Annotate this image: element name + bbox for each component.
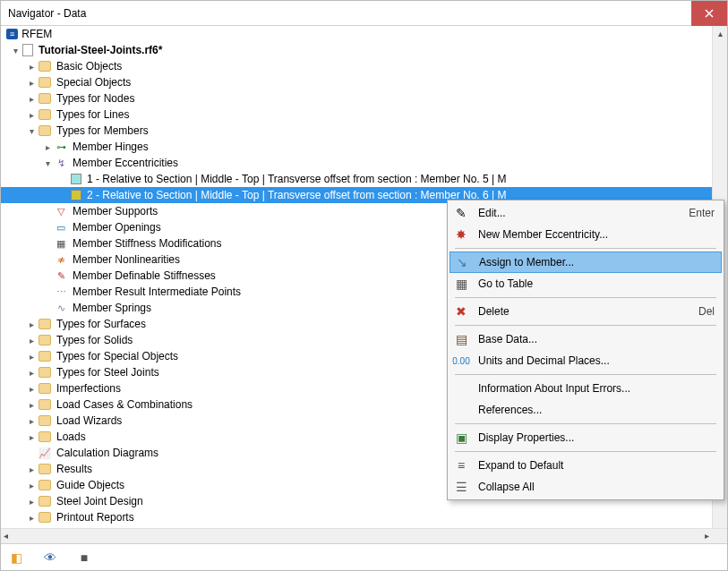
expander-closed-icon[interactable]: ▸ [26, 61, 37, 72]
eccentricity-icon: ↯ [55, 157, 67, 169]
folder-icon [39, 335, 51, 345]
folder-icon [39, 109, 51, 120]
collapse-icon: ☰ [453, 479, 469, 495]
folder-icon [39, 93, 51, 104]
menu-item-references[interactable]: References... [450, 399, 722, 421]
file-name: Tutorial-Steel-Joints.rf6* [39, 44, 162, 56]
units-icon: 0.00 [453, 353, 469, 369]
menu-item-go-to-table[interactable]: ▦ Go to Table [450, 273, 722, 294]
scroll-right-icon[interactable]: ▸ [705, 531, 709, 541]
tree-item-types-members[interactable]: ▾ Types for Members [1, 123, 727, 139]
tree-item-types-lines[interactable]: ▸ Types for Lines [1, 107, 727, 123]
expander-closed-icon[interactable]: ▸ [26, 351, 37, 362]
expand-icon: ≡ [453, 457, 469, 473]
tree-item-member-eccentricities[interactable]: ▾ ↯ Member Eccentricities [1, 155, 727, 171]
table-icon: ▦ [453, 276, 469, 292]
menu-item-input-errors[interactable]: Information About Input Errors... [450, 378, 722, 399]
camera-icon-button[interactable]: ■ [76, 550, 92, 565]
support-icon: ▽ [55, 205, 67, 217]
expander-open-icon[interactable]: ▾ [10, 45, 21, 55]
tree-item-member-hinges[interactable]: ▸ ⊶ Member Hinges [1, 139, 727, 155]
file-row[interactable]: ▾ Tutorial-Steel-Joints.rf6* [1, 42, 727, 58]
menu-item-collapse-all[interactable]: ☰ Collapse All [450, 476, 722, 498]
tree-item-types-nodes[interactable]: ▸ Types for Nodes [1, 90, 727, 107]
display-icon: ▣ [453, 430, 469, 446]
titlebar: Navigator - Data [1, 1, 727, 26]
nonlinearity-icon: ≉ [55, 253, 67, 266]
context-menu: ✎ Edit... Enter ✸ New Member Eccentricit… [447, 200, 724, 500]
blank-icon [453, 380, 469, 396]
new-icon: ✸ [453, 226, 469, 243]
expander-closed-icon[interactable]: ▸ [26, 77, 37, 88]
folder-icon [39, 464, 51, 474]
folder-icon [39, 351, 51, 362]
base-data-icon: ▤ [453, 331, 469, 347]
menu-separator [455, 374, 716, 375]
menu-item-expand-default[interactable]: ≡ Expand to Default [450, 455, 722, 476]
expander-closed-icon[interactable]: ▸ [42, 141, 53, 152]
expander-closed-icon[interactable]: ▸ [26, 464, 37, 474]
menu-item-delete[interactable]: ✖ Delete Del [450, 301, 722, 322]
app-root-row[interactable]: ≡ RFEM [1, 26, 727, 42]
eye-icon-button[interactable]: 👁 [42, 550, 58, 565]
close-icon [705, 9, 714, 18]
expander-closed-icon[interactable]: ▸ [26, 335, 37, 345]
folder-icon [39, 399, 51, 410]
menu-separator [455, 325, 716, 326]
close-button[interactable] [691, 1, 727, 26]
definable-stiffness-icon: ✎ [55, 269, 67, 282]
assign-icon: ↘ [454, 254, 470, 270]
expander-closed-icon[interactable]: ▸ [26, 383, 37, 394]
app-name: RFEM [21, 28, 52, 40]
tree-item-printout-reports[interactable]: ▸ Printout Reports [1, 509, 727, 525]
menu-item-new-eccentricity[interactable]: ✸ New Member Eccentricity... [450, 224, 722, 245]
tree-item-ecc-1[interactable]: 1 - Relative to Section | Middle - Top |… [1, 171, 727, 187]
expander-closed-icon[interactable]: ▸ [26, 512, 37, 523]
opening-icon: ▭ [55, 221, 67, 234]
tree-item-special-objects[interactable]: ▸ Special Objects [1, 74, 727, 90]
expander-closed-icon[interactable]: ▸ [26, 480, 37, 490]
spring-icon: ∿ [55, 302, 67, 314]
expander-closed-icon[interactable]: ▸ [26, 93, 37, 104]
hinge-icon: ⊶ [55, 141, 67, 153]
navigator-icon-button[interactable]: ◧ [8, 550, 24, 565]
menu-separator [455, 451, 716, 452]
scroll-up-icon[interactable]: ▴ [718, 26, 723, 41]
folder-icon [39, 496, 51, 507]
expander-closed-icon[interactable]: ▸ [26, 431, 37, 442]
menu-separator [455, 297, 716, 298]
folder-icon [39, 61, 51, 72]
expander-closed-icon[interactable]: ▸ [26, 319, 37, 329]
menu-item-units[interactable]: 0.00 Units and Decimal Places... [450, 350, 722, 371]
menu-item-edit[interactable]: ✎ Edit... Enter [450, 202, 722, 224]
menu-separator [455, 423, 716, 424]
chart-icon: 📈 [39, 447, 51, 459]
horizontal-scrollbar[interactable]: ◂ ▸ [1, 528, 727, 543]
folder-icon [39, 77, 51, 88]
stiffness-icon: ▦ [55, 237, 67, 250]
edit-icon: ✎ [453, 205, 469, 221]
intermediate-points-icon: ⋯ [55, 286, 67, 298]
expander-closed-icon[interactable]: ▸ [26, 399, 37, 410]
tree-item-basic-objects[interactable]: ▸ Basic Objects [1, 58, 727, 74]
window-title: Navigator - Data [8, 7, 86, 20]
folder-icon [39, 367, 51, 378]
blank-icon [453, 402, 469, 418]
expander-closed-icon[interactable]: ▸ [26, 496, 37, 507]
folder-icon [39, 431, 51, 442]
menu-item-assign-to-member[interactable]: ↘ Assign to Member... [450, 251, 722, 273]
expander-open-icon[interactable]: ▾ [42, 158, 53, 168]
folder-icon [39, 415, 51, 426]
delete-icon: ✖ [453, 303, 469, 320]
expander-closed-icon[interactable]: ▸ [26, 109, 37, 120]
expander-closed-icon[interactable]: ▸ [26, 367, 37, 378]
folder-icon [39, 125, 51, 136]
menu-item-base-data[interactable]: ▤ Base Data... [450, 328, 722, 350]
expander-open-icon[interactable]: ▾ [26, 125, 37, 136]
expander-closed-icon[interactable]: ▸ [26, 415, 37, 426]
scroll-left-icon[interactable]: ◂ [4, 531, 8, 541]
color-swatch-icon [71, 174, 81, 184]
menu-separator [455, 248, 716, 249]
menu-item-display-properties[interactable]: ▣ Display Properties... [450, 427, 722, 448]
bottom-toolbar: ◧ 👁 ■ [1, 543, 727, 570]
